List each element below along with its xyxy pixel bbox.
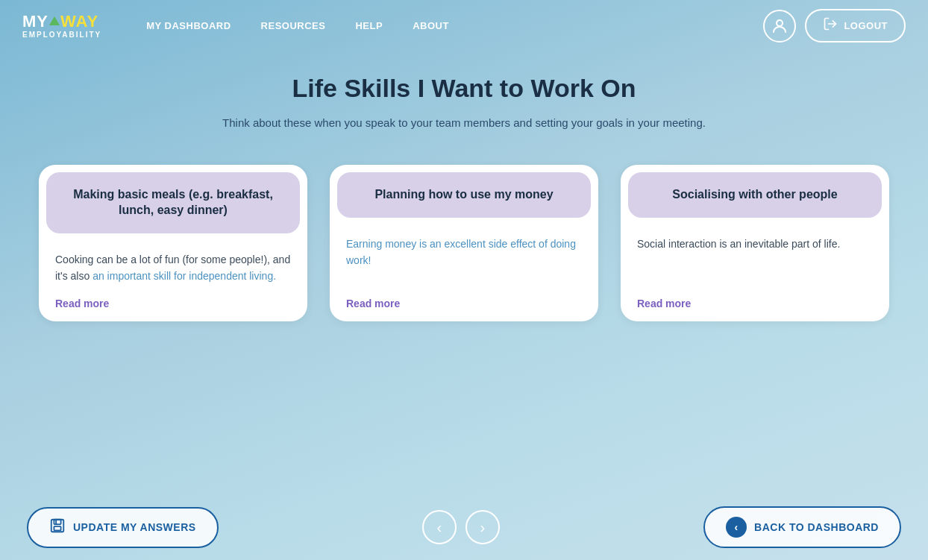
logout-arrow-icon	[823, 16, 838, 31]
back-label: BACK TO DASHBOARD	[754, 521, 879, 533]
card-1-readmore[interactable]: Read more	[55, 298, 291, 309]
card-2-desc-highlight: Earning money is an excellent side effec…	[346, 238, 576, 266]
card-1-highlight: an important skill for independent livin…	[93, 270, 276, 282]
card-3-desc: Social interaction is an inevitable part…	[637, 236, 873, 285]
card-3: Socialising with other people Social int…	[621, 165, 889, 321]
card-2-body: Earning money is an excellent side effec…	[330, 218, 598, 322]
card-2-header: Planning how to use my money	[337, 172, 591, 218]
svg-rect-4	[54, 526, 60, 530]
card-3-header: Socialising with other people	[628, 172, 882, 218]
card-1-header: Making basic meals (e.g. breakfast, lunc…	[46, 172, 300, 233]
profile-button[interactable]	[763, 10, 796, 43]
card-1-desc: Cooking can be a lot of fun (for some pe…	[55, 251, 291, 285]
card-1-title: Making basic meals (e.g. breakfast, lunc…	[63, 187, 283, 218]
logo: MY WAY EMPLOYABILITY	[22, 13, 101, 39]
cards-row: Making basic meals (e.g. breakfast, lunc…	[30, 165, 898, 321]
floppy-disk-icon	[49, 517, 66, 534]
svg-rect-3	[54, 519, 60, 523]
logout-label: LOGOUT	[844, 20, 888, 31]
nav-dashboard[interactable]: MY DASHBOARD	[146, 20, 231, 31]
next-arrow-button[interactable]: ›	[465, 510, 500, 544]
nav-help[interactable]: HELP	[355, 20, 383, 31]
prev-arrow-button[interactable]: ‹	[422, 510, 457, 544]
page-title: Life Skills I Want to Work On	[292, 74, 636, 103]
update-answers-button[interactable]: UPDATE MY ANSWERS	[27, 507, 219, 548]
card-1: Making basic meals (e.g. breakfast, lunc…	[39, 165, 307, 321]
user-icon	[771, 17, 789, 35]
header-right: LOGOUT	[763, 9, 906, 43]
main-content: Life Skills I Want to Work On Think abou…	[0, 51, 928, 396]
header: MY WAY EMPLOYABILITY MY DASHBOARD RESOUR…	[0, 0, 928, 51]
logo-my: MY	[22, 13, 48, 30]
card-3-readmore[interactable]: Read more	[637, 298, 873, 309]
update-label: UPDATE MY ANSWERS	[73, 521, 196, 533]
card-2: Planning how to use my money Earning mon…	[330, 165, 598, 321]
back-arrow-icon: ‹	[726, 517, 747, 538]
prev-arrow-icon: ‹	[436, 519, 442, 536]
card-3-body: Social interaction is an inevitable part…	[621, 218, 889, 322]
footer-bar: UPDATE MY ANSWERS ‹ › ‹ BACK TO DASHBOAR…	[0, 494, 928, 560]
card-2-readmore[interactable]: Read more	[346, 298, 582, 309]
page-subtitle: Think about these when you speak to your…	[222, 116, 706, 129]
logout-icon	[823, 16, 838, 35]
card-3-title: Socialising with other people	[645, 187, 865, 203]
next-arrow-icon: ›	[480, 519, 485, 536]
logout-button[interactable]: LOGOUT	[805, 9, 906, 43]
logo-tagline: EMPLOYABILITY	[22, 31, 101, 39]
card-2-desc: Earning money is an excellent side effec…	[346, 236, 582, 285]
nav-about[interactable]: ABOUT	[413, 20, 449, 31]
nav-resources[interactable]: RESOURCES	[261, 20, 326, 31]
back-to-dashboard-button[interactable]: ‹ BACK TO DASHBOARD	[703, 506, 901, 548]
svg-point-0	[777, 20, 783, 26]
nav-arrows: ‹ ›	[422, 510, 500, 544]
main-nav: MY DASHBOARD RESOURCES HELP ABOUT	[146, 20, 763, 31]
logo-way: WAY	[60, 13, 98, 30]
card-2-title: Planning how to use my money	[354, 187, 574, 203]
card-1-body: Cooking can be a lot of fun (for some pe…	[39, 233, 307, 322]
update-icon	[49, 517, 66, 538]
logo-mountain	[49, 16, 60, 25]
